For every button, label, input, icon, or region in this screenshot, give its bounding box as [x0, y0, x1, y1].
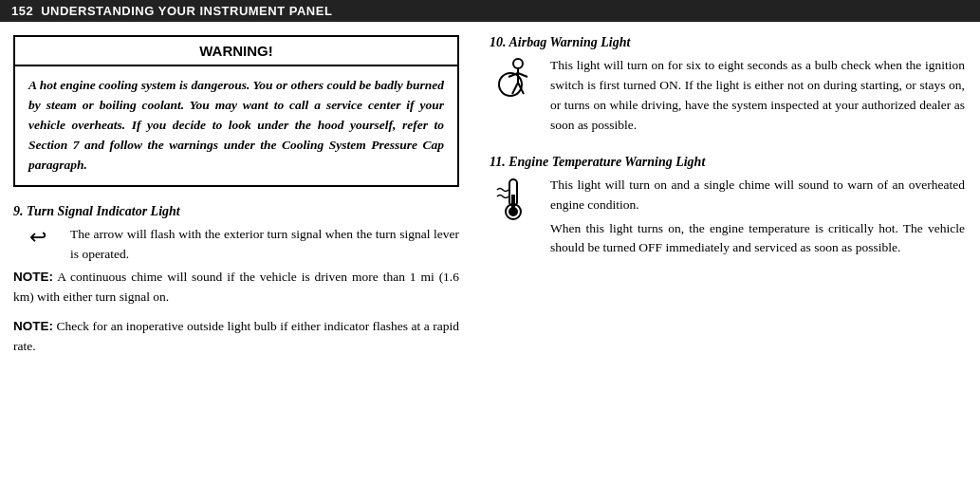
engine-temp-icon [490, 176, 537, 223]
warning-box: WARNING! A hot engine cooling system is … [13, 35, 459, 187]
page-number: 152 [11, 4, 33, 18]
svg-point-0 [513, 59, 523, 68]
note1-text: A continuous chime will sound if the veh… [13, 270, 459, 304]
turn-signal-icon: ↩ [29, 227, 46, 248]
right-column: 10. Airbag Warning Light [474, 22, 980, 383]
header-title: UNDERSTANDING YOUR INSTRUMENT PANEL [41, 4, 332, 18]
section10-body: This light will turn on for six to eight… [550, 56, 965, 136]
main-content: WARNING! A hot engine cooling system is … [0, 22, 980, 383]
engine-temp-icon-area [490, 176, 543, 227]
note2-text: Check for an inoperative outside light b… [13, 319, 459, 353]
airbag-icon-area [490, 56, 543, 107]
section9-body: The arrow will flash with the exterior t… [70, 225, 459, 265]
warning-body: A hot engine cooling system is dangerous… [15, 66, 457, 185]
section11-body1: This light will turn on and a single chi… [550, 176, 965, 215]
airbag-icon [490, 56, 537, 103]
section9-note1: NOTE: A continuous chime will sound if t… [13, 268, 459, 308]
svg-line-5 [512, 83, 518, 94]
section9-heading: 9. Turn Signal Indicator Light [13, 204, 459, 219]
section9-icon-row: ↩ The arrow will flash with the exterior… [13, 225, 459, 265]
svg-point-10 [508, 207, 518, 216]
warning-title: WARNING! [15, 37, 457, 66]
section11-text-area: This light will turn on and a single chi… [550, 176, 965, 259]
note1-label: NOTE: [13, 270, 53, 284]
section11-heading: 11. Engine Temperature Warning Light [490, 155, 965, 170]
header-bar: 152 UNDERSTANDING YOUR INSTRUMENT PANEL [0, 0, 980, 22]
section9-block: 9. Turn Signal Indicator Light ↩ The arr… [13, 204, 459, 358]
section9-note2: NOTE: Check for an inoperative outside l… [13, 317, 459, 357]
section11-body2: When this light turns on, the engine tem… [550, 219, 965, 259]
turn-signal-icon-area: ↩ [13, 225, 63, 248]
section10-heading: 10. Airbag Warning Light [490, 35, 965, 50]
section10-block: 10. Airbag Warning Light [490, 35, 965, 141]
left-column: WARNING! A hot engine cooling system is … [0, 22, 474, 383]
section11-block: 11. Engine Temperature Warning Light [490, 155, 965, 259]
note2-label: NOTE: [13, 319, 53, 333]
warning-text: A hot engine cooling system is dangerous… [28, 76, 444, 176]
